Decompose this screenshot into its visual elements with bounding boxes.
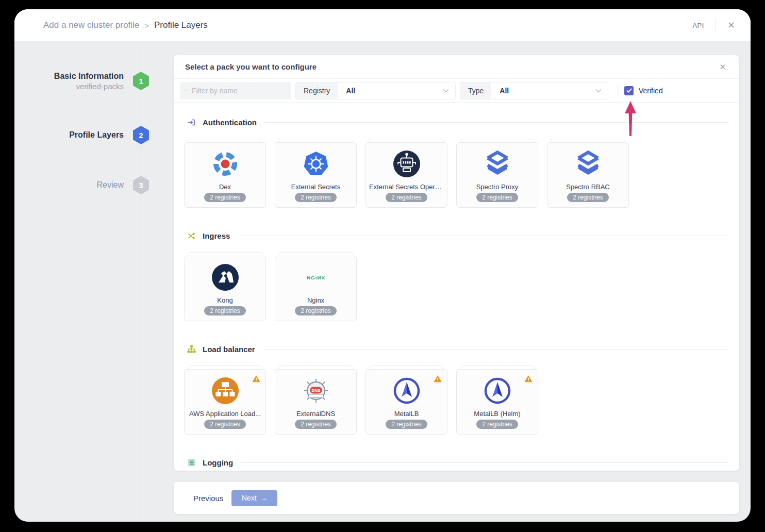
pack-card-row: AWS Application Load... 2 registries DNS… bbox=[184, 369, 729, 435]
registry-dropdown[interactable]: Registry All bbox=[295, 82, 456, 99]
panel-close-icon[interactable]: ✕ bbox=[719, 62, 726, 72]
pack-registries-badge: 2 registries bbox=[295, 420, 337, 429]
section-title: Load balancer bbox=[203, 345, 255, 354]
kong-icon bbox=[211, 263, 240, 292]
pack-registries-badge: 2 registries bbox=[295, 193, 337, 202]
pack-card[interactable]: External Secrets 2 registries bbox=[275, 142, 357, 208]
pack-card[interactable]: NGiИX Nginx 2 registries bbox=[275, 256, 357, 321]
pack-section: Load balancer AWS Application Load... 2 … bbox=[184, 345, 729, 435]
pack-card[interactable]: Kong 2 registries bbox=[184, 256, 266, 321]
login-icon bbox=[187, 118, 196, 127]
spectro-icon bbox=[483, 149, 512, 178]
section-title: Authentication bbox=[203, 118, 257, 127]
aws-alb-icon bbox=[211, 376, 240, 405]
load-balancer-icon bbox=[187, 345, 196, 354]
nginx-icon: NGiИX bbox=[302, 263, 330, 292]
panel-title: Select a pack you want to configure bbox=[185, 62, 317, 71]
chevron-down-icon bbox=[443, 89, 449, 93]
type-dropdown[interactable]: Type All bbox=[460, 82, 608, 99]
section-title: Logging bbox=[203, 458, 233, 467]
pack-section: Ingress Kong 2 registries NGiИX Nginx 2 … bbox=[184, 231, 729, 321]
api-link[interactable]: API bbox=[692, 22, 704, 29]
pack-name: Dex bbox=[219, 183, 231, 191]
registry-dropdown-label: Registry bbox=[296, 82, 338, 99]
search-icon bbox=[185, 87, 187, 94]
pack-registries-badge: 2 registries bbox=[386, 420, 427, 429]
warning-icon bbox=[524, 375, 533, 383]
spectro-icon bbox=[574, 149, 603, 178]
section-title: Ingress bbox=[203, 231, 230, 240]
pack-name: Spectro Proxy bbox=[476, 183, 519, 191]
section-divider bbox=[263, 349, 729, 350]
pack-filter-input[interactable] bbox=[191, 86, 286, 95]
breadcrumb-parent[interactable]: Add a new cluster profile bbox=[43, 20, 139, 30]
close-icon[interactable]: ✕ bbox=[727, 21, 735, 30]
section-divider bbox=[241, 462, 729, 463]
pack-registries-badge: 2 registries bbox=[204, 193, 246, 202]
pack-card-row: Dex 2 registries External Secrets 2 regi… bbox=[184, 142, 729, 208]
check-icon bbox=[626, 88, 632, 93]
pack-card[interactable]: AWS Application Load... 2 registries bbox=[184, 369, 266, 435]
wizard-footer: Previous Next → bbox=[174, 482, 739, 514]
chevron-down-icon bbox=[595, 89, 602, 93]
section-divider bbox=[238, 236, 729, 236]
arrow-right-icon: → bbox=[260, 494, 268, 502]
metallb-icon bbox=[483, 376, 512, 405]
type-dropdown-label: Type bbox=[460, 82, 491, 99]
type-dropdown-value: All bbox=[500, 87, 509, 95]
robot-icon bbox=[392, 149, 421, 178]
registry-dropdown-value: All bbox=[346, 87, 355, 95]
pack-section: Logging bbox=[184, 458, 729, 471]
step-label: Basic Information bbox=[54, 72, 124, 81]
section-header: Load balancer bbox=[184, 345, 729, 354]
pack-registries-badge: 2 registries bbox=[476, 420, 518, 429]
pack-name: ExternalDNS bbox=[296, 410, 335, 418]
pack-card[interactable]: External Secrets Opera... 2 registries bbox=[365, 142, 447, 208]
section-header: Logging bbox=[184, 458, 729, 467]
svg-text:DNS: DNS bbox=[311, 388, 321, 393]
external-dns-icon: DNS bbox=[302, 376, 330, 405]
pack-registries-badge: 2 registries bbox=[204, 420, 246, 429]
shuffle-icon bbox=[187, 231, 196, 240]
svg-text:NGiИX: NGiИX bbox=[306, 275, 325, 280]
stepper-step-review[interactable]: Review 3 bbox=[97, 176, 141, 194]
warning-icon bbox=[434, 375, 442, 383]
next-button[interactable]: Next → bbox=[231, 490, 277, 506]
pack-name: Nginx bbox=[307, 296, 324, 304]
pack-registries-badge: 2 registries bbox=[204, 306, 246, 315]
section-header: Authentication bbox=[184, 118, 729, 127]
pack-name: Spectro RBAC bbox=[566, 183, 610, 191]
filter-bar: Registry All Type All bbox=[174, 79, 739, 102]
pack-sections: Authentication Dex 2 registries External… bbox=[174, 118, 739, 471]
search-box[interactable] bbox=[180, 82, 291, 99]
page-title: Profile Layers bbox=[154, 20, 208, 30]
pack-card[interactable]: Dex 2 registries bbox=[184, 142, 266, 208]
pack-registries-badge: 2 registries bbox=[386, 193, 427, 202]
pack-card[interactable]: Spectro RBAC 2 registries bbox=[547, 142, 629, 208]
dex-icon bbox=[211, 149, 240, 178]
pack-card[interactable]: Spectro Proxy 2 registries bbox=[456, 142, 538, 208]
pack-card[interactable]: MetalLB 2 registries bbox=[365, 369, 447, 435]
stepper: Basic Information verified-packs 1 Profi… bbox=[14, 41, 141, 522]
previous-button[interactable]: Previous bbox=[193, 494, 223, 503]
verified-checkbox[interactable] bbox=[624, 86, 634, 95]
step-sublabel: verified-packs bbox=[54, 82, 124, 91]
section-header: Ingress bbox=[184, 231, 729, 240]
verified-label: Verified bbox=[639, 87, 663, 95]
pack-name: External Secrets Opera... bbox=[369, 183, 444, 191]
pack-card[interactable]: MetalLB (Helm) 2 registries bbox=[456, 369, 538, 435]
step-label: Review bbox=[97, 180, 124, 190]
pack-name: Kong bbox=[217, 296, 232, 304]
next-button-label: Next bbox=[242, 494, 257, 502]
pack-name: MetalLB bbox=[394, 410, 419, 418]
step-label: Profile Layers bbox=[69, 130, 124, 140]
modal-window: Add a new cluster profile > Profile Laye… bbox=[14, 9, 751, 522]
pack-card[interactable]: DNS ExternalDNS 2 registries bbox=[275, 369, 357, 435]
filter-divider bbox=[618, 85, 618, 97]
stepper-step-basic-information[interactable]: Basic Information verified-packs 1 bbox=[54, 72, 141, 90]
breadcrumb-separator: > bbox=[144, 21, 149, 30]
stepper-step-profile-layers[interactable]: Profile Layers 2 bbox=[69, 126, 141, 144]
breadcrumb: Add a new cluster profile > Profile Laye… bbox=[43, 20, 208, 30]
metallb-icon bbox=[392, 376, 421, 405]
verified-checkbox-wrap[interactable]: Verified bbox=[624, 86, 663, 95]
